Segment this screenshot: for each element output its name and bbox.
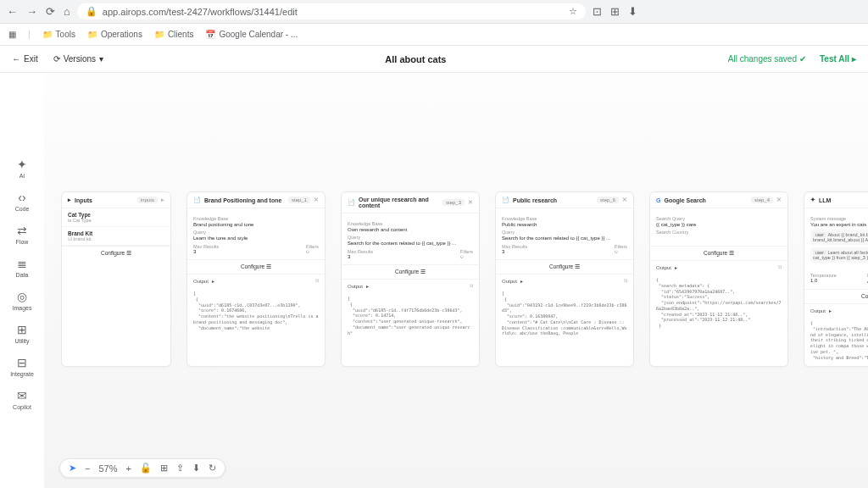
close-icon[interactable]: ✕ (314, 197, 319, 203)
close-icon[interactable]: ✕ (622, 197, 627, 203)
copy-icon[interactable]: ⧉ (778, 264, 782, 270)
history-icon[interactable]: ↻ (209, 463, 216, 474)
canvas[interactable]: ✊ ▸Inputsinputs▸ Cat Typets Cat Type Bra… (44, 73, 868, 488)
download-icon[interactable]: ⬇ (628, 5, 637, 18)
configure-button[interactable]: Configure ☰ (650, 246, 787, 260)
cursor-icon[interactable]: ➤ (69, 463, 76, 474)
configure-button[interactable]: Configure ☰ (496, 259, 633, 274)
save-status: All changes saved ✔ (728, 54, 806, 64)
extension-icon[interactable]: ⊞ (610, 5, 620, 18)
rail-integrate[interactable]: ⊟Integrate (10, 356, 34, 377)
rail-utility[interactable]: ⊞Utility (14, 323, 29, 344)
bookmark-tools[interactable]: 📁 Tools (42, 30, 75, 39)
data-icon: ≣ (17, 257, 27, 270)
configure-button[interactable]: Configure ☰ (804, 289, 868, 303)
browser-actions: ⊡ ⊞ ⬇ (593, 5, 637, 18)
browser-chrome: ← → ⟳ ⌂ 🔒 app.airops.com/test-2427/workf… (0, 0, 868, 24)
output-json: { "introduction":"The Abyssinian ... a w… (804, 317, 868, 366)
bookmark-calendar[interactable]: 📅 Google Calendar - ... (205, 30, 298, 39)
bookmarks-bar: ▦ | 📁 Tools 📁 Operations 📁 Clients 📅 Goo… (0, 24, 868, 46)
export-icon[interactable]: ⇪ (176, 463, 184, 474)
zoom-in-button[interactable]: + (125, 463, 131, 474)
play-icon[interactable]: ▸ (161, 197, 164, 203)
nav-buttons: ← → ⟳ ⌂ (7, 5, 70, 18)
tool-rail: ✦AI ‹›Code ⇄Flow ≣Data ◎Images ⊞Utility … (0, 73, 44, 488)
star-icon[interactable]: ☆ (569, 6, 577, 17)
workflow-title: All about cats (103, 54, 728, 64)
versions-dropdown[interactable]: ⟳ Versions ▾ (53, 54, 103, 64)
configure-button[interactable]: Configure ☰ (187, 259, 325, 274)
url-bar[interactable]: 🔒 app.airops.com/test-2427/workflows/314… (77, 3, 586, 19)
configure-button[interactable]: Configure ☰ (62, 246, 170, 260)
configure-button[interactable]: Configure ☰ (342, 264, 479, 279)
node-public-research[interactable]: 📄Public researchstep_6✕ Knowledge BasePu… (495, 191, 634, 367)
close-icon[interactable]: ✕ (468, 199, 473, 206)
node-row: ▸Inputsinputs▸ Cat Typets Cat Type Brand… (61, 191, 868, 367)
grid-icon[interactable]: ⊞ (160, 463, 168, 474)
close-icon[interactable]: ✕ (776, 197, 782, 203)
utility-icon: ⊞ (17, 323, 27, 336)
copy-icon[interactable]: ⧉ (470, 283, 473, 289)
exit-button[interactable]: ← Exit (12, 54, 38, 64)
copy-icon[interactable]: ⧉ (315, 278, 319, 284)
zoom-level: 57% (98, 463, 117, 474)
code-icon: ‹› (18, 191, 25, 204)
zoom-out-button[interactable]: − (85, 463, 90, 474)
input-cat-type[interactable]: Cat Typets Cat Type (62, 208, 170, 227)
camera-icon[interactable]: ⊡ (593, 5, 602, 18)
integrate-icon: ⊟ (17, 356, 27, 369)
lock-icon[interactable]: 🔓 (140, 463, 152, 474)
add-message-button[interactable]: + Add message (810, 264, 868, 269)
rail-copilot[interactable]: ✉Copilot (13, 389, 31, 410)
home-button[interactable]: ⌂ (64, 5, 70, 18)
rail-ai[interactable]: ✦AI (17, 158, 27, 179)
output-json: [ { "uuid":"d6185-c1d..f4f7176db6de23b-c… (342, 292, 479, 341)
input-brand-kit[interactable]: Brand Kit☑ brand kit (62, 227, 170, 246)
node-brand-positioning[interactable]: 📄Brand Positioning and tonestep_1✕ Knowl… (186, 191, 326, 367)
back-button[interactable]: ← (7, 5, 18, 18)
site-icon: 🔒 (86, 6, 97, 17)
workspace: ✦AI ‹›Code ⇄Flow ≣Data ◎Images ⊞Utility … (0, 73, 868, 488)
copilot-icon: ✉ (17, 389, 27, 402)
apps-icon[interactable]: ▦ (8, 30, 16, 39)
download-icon[interactable]: ⬇ (192, 463, 200, 474)
node-google-search[interactable]: GGoogle Searchstep_4✕ Search Query{{ cat… (649, 191, 788, 367)
rail-code[interactable]: ‹›Code (15, 191, 30, 212)
rail-images[interactable]: ◎Images (13, 290, 32, 311)
app-header: ← Exit ⟳ Versions ▾ All about cats All c… (0, 46, 868, 73)
node-own-research[interactable]: 📄Our unique research and contentstep_3✕ … (341, 191, 480, 367)
output-json: { "search_metadata": { "id":"6543907970a… (650, 274, 787, 333)
rail-flow[interactable]: ⇄Flow (16, 224, 29, 245)
copy-icon[interactable]: ⧉ (624, 278, 627, 284)
sparkle-icon: ✦ (17, 158, 27, 171)
forward-button[interactable]: → (26, 5, 37, 18)
bookmark-clients[interactable]: 📁 Clients (154, 30, 194, 39)
node-inputs[interactable]: ▸Inputsinputs▸ Cat Typets Cat Type Brand… (61, 191, 171, 367)
bookmark-operations[interactable]: 📁 Operations (87, 30, 142, 39)
flow-icon: ⇄ (17, 224, 27, 237)
output-json: [ { "uuid":"d6185-c1d..C037d3e87...e3b11… (187, 287, 325, 336)
rail-data[interactable]: ≣Data (16, 257, 29, 278)
reload-button[interactable]: ⟳ (46, 5, 55, 18)
url-text: app.airops.com/test-2427/workflows/31441… (103, 7, 298, 17)
images-icon: ◎ (17, 290, 27, 303)
output-json: [ { "uuid":"043192-c1d-1ce9bee9..f219c3b… (496, 287, 633, 342)
canvas-toolbar: ➤ − 57% + 🔓 ⊞ ⇪ ⬇ ↻ (59, 458, 225, 478)
node-llm[interactable]: ✦LLM System messageYou are an expert in … (804, 191, 868, 367)
test-all-button[interactable]: Test All ▸ (820, 54, 856, 64)
